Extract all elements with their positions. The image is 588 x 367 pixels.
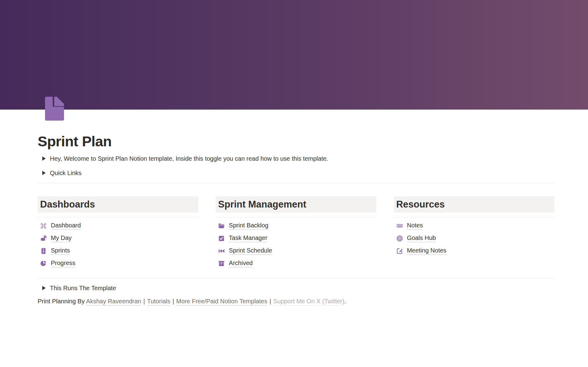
link-notes[interactable]: Notes [394, 221, 554, 230]
folder-open-icon [218, 222, 225, 230]
toggle-arrow-icon[interactable] [40, 284, 47, 292]
toggle-runs-template-label: This Runs The Template [50, 285, 116, 292]
link-label: Sprint Backlog [229, 222, 268, 230]
pencil-square-icon [396, 247, 403, 255]
link-sprints[interactable]: Sprints [38, 246, 198, 256]
link-label: My Day [51, 234, 72, 242]
footer-suffix: . [344, 298, 346, 305]
link-label: Progress [51, 260, 75, 268]
column-heading-resources: Resources [394, 196, 554, 213]
footer-link-more-templates[interactable]: More Free/Paid Notion Templates [176, 298, 267, 305]
link-label: Sprints [51, 247, 70, 255]
link-label: Task Manager [229, 234, 267, 242]
link-sprint-schedule[interactable]: Sprint Schedule [216, 246, 376, 256]
column-sprint-management: Sprint Management Sprint Backlog [216, 196, 376, 272]
link-task-manager[interactable]: Task Manager [216, 234, 376, 243]
link-archived[interactable]: Archived [216, 259, 376, 268]
columns-layout: Dashboards Dashboard [38, 196, 554, 272]
footer-separator: | [270, 298, 271, 305]
toggle-arrow-icon[interactable] [40, 155, 47, 162]
link-dashboard[interactable]: Dashboard [38, 221, 198, 230]
keyboard-icon [396, 222, 403, 230]
link-my-day[interactable]: My Day [38, 234, 198, 243]
link-label: Archived [229, 260, 253, 268]
rewind-icon [218, 247, 225, 255]
archive-box-icon [218, 260, 225, 267]
footer-link-tutorials[interactable]: Tutorials [147, 298, 170, 305]
pie-chart-icon [40, 260, 47, 267]
footer-link-twitter[interactable]: Support Me On X (Twitter) [273, 298, 344, 305]
page-title: Sprint Plan [38, 133, 554, 150]
sun-cloud-icon [40, 235, 47, 242]
target-icon [396, 235, 403, 242]
footer-prefix: Print Planning By [38, 298, 86, 305]
link-progress[interactable]: Progress [38, 259, 198, 268]
toggle-quick-links[interactable]: Quick Links [38, 169, 554, 177]
footer-separator: | [143, 298, 145, 305]
divider [38, 183, 554, 183]
column-resources: Resources [394, 196, 554, 272]
toggle-welcome[interactable]: Hey, Welcome to Sprint Plan Notion templ… [38, 154, 554, 163]
toggle-welcome-label: Hey, Welcome to Sprint Plan Notion templ… [50, 155, 328, 162]
file-zip-icon [40, 247, 47, 255]
check-square-icon [218, 235, 225, 242]
divider [394, 217, 554, 217]
footer-credits: Print Planning By Akshay Raveendran|Tuto… [38, 297, 554, 306]
column-heading-sprint-management: Sprint Management [216, 196, 376, 213]
column-heading-dashboards: Dashboards [38, 196, 198, 213]
link-label: Meeting Notes [407, 247, 447, 255]
link-label: Notes [407, 222, 423, 230]
divider [216, 217, 376, 217]
link-label: Goals Hub [407, 234, 436, 242]
column-dashboards: Dashboards Dashboard [38, 196, 198, 272]
footer-separator: | [172, 298, 174, 305]
page-content: Sprint Plan Hey, Welcome to Sprint Plan … [38, 110, 554, 306]
link-label: Dashboard [51, 222, 81, 230]
toggle-runs-template[interactable]: This Runs The Template [38, 284, 554, 292]
divider [38, 278, 554, 279]
toggle-quick-links-label: Quick Links [50, 170, 81, 177]
link-label: Sprint Schedule [229, 247, 272, 255]
command-icon [40, 222, 47, 230]
link-goals-hub[interactable]: Goals Hub [394, 234, 554, 243]
page-cover [0, 0, 588, 110]
divider [38, 217, 198, 217]
toggle-arrow-icon[interactable] [40, 169, 47, 177]
link-sprint-backlog[interactable]: Sprint Backlog [216, 221, 376, 230]
link-meeting-notes[interactable]: Meeting Notes [394, 246, 554, 256]
footer-link-author[interactable]: Akshay Raveendran [86, 298, 141, 305]
